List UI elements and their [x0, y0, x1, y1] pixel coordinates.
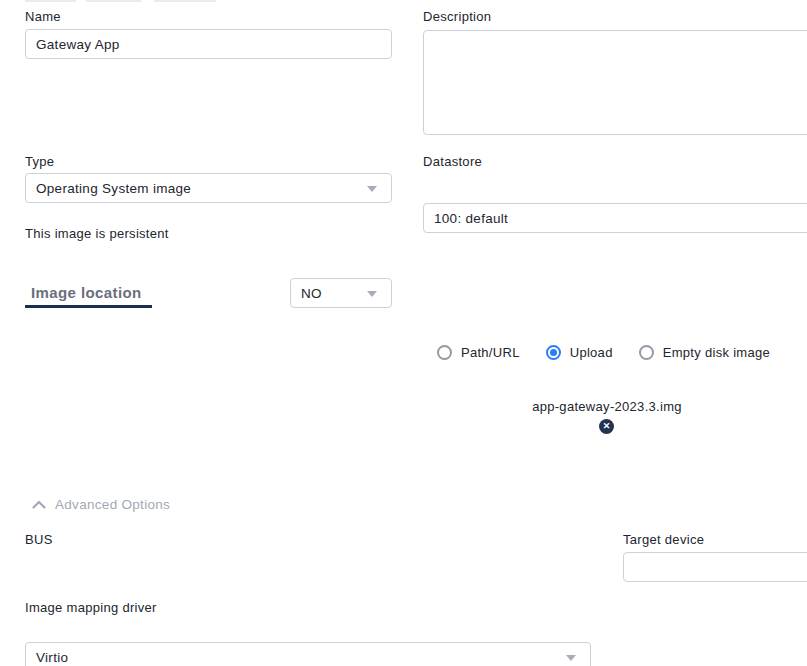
tab-image-location[interactable]: Image location — [31, 284, 142, 301]
name-label: Name — [25, 9, 61, 24]
radio-unselected-icon[interactable] — [437, 345, 452, 360]
top-tab-fragment-1 — [25, 0, 76, 2]
type-select-value: Operating System image — [36, 181, 191, 196]
type-select[interactable]: Operating System image — [25, 173, 392, 203]
chevron-down-icon — [566, 655, 576, 661]
mapping-driver-label: Image mapping driver — [25, 600, 157, 615]
tab-active-underline — [25, 305, 152, 308]
chevron-down-icon — [367, 186, 377, 192]
bus-label: BUS — [25, 532, 53, 547]
name-input[interactable] — [25, 29, 392, 59]
type-label: Type — [25, 154, 54, 169]
uploaded-file-name: app-gateway-2023.3.img — [407, 399, 807, 414]
radio-empty-disk-label: Empty disk image — [663, 345, 770, 360]
datastore-select-value: 100: default — [434, 211, 508, 226]
datastore-label: Datastore — [423, 154, 482, 169]
chevron-down-icon — [367, 291, 377, 297]
image-source-radio-group: Path/URL Upload Empty disk image — [400, 345, 807, 360]
top-tab-fragment-3 — [154, 0, 216, 2]
bus-select[interactable]: Virtio — [25, 642, 591, 666]
advanced-options-toggle[interactable]: Advanced Options — [32, 497, 170, 512]
bus-select-value: Virtio — [36, 650, 68, 665]
target-device-input[interactable] — [623, 552, 807, 582]
radio-empty-disk[interactable]: Empty disk image — [639, 345, 770, 360]
radio-selected-icon[interactable] — [546, 345, 561, 360]
advanced-options-label: Advanced Options — [55, 497, 170, 512]
radio-upload[interactable]: Upload — [546, 345, 613, 360]
persistent-select[interactable]: NO — [290, 278, 392, 308]
radio-path-url[interactable]: Path/URL — [437, 345, 520, 360]
description-textarea[interactable] — [423, 30, 807, 135]
target-device-label: Target device — [623, 532, 704, 547]
top-tab-fragment-2 — [86, 0, 141, 2]
chevron-up-icon — [32, 500, 46, 509]
radio-upload-label: Upload — [570, 345, 613, 360]
remove-file-icon[interactable]: ✕ — [599, 419, 614, 434]
persistent-select-value: NO — [301, 286, 322, 301]
radio-path-url-label: Path/URL — [461, 345, 520, 360]
persistent-label: This image is persistent — [25, 226, 169, 241]
radio-unselected-icon[interactable] — [639, 345, 654, 360]
description-label: Description — [423, 9, 491, 24]
datastore-select[interactable]: 100: default — [423, 203, 807, 233]
